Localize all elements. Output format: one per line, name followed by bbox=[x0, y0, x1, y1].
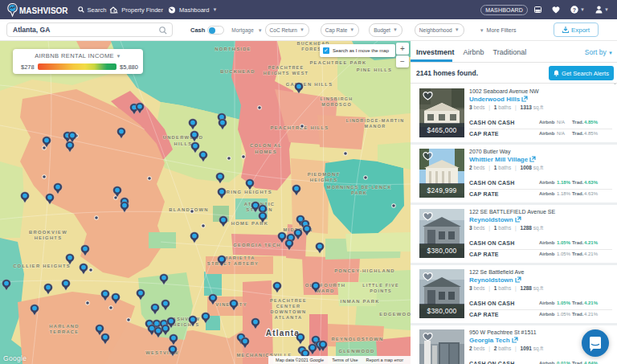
svg-text:LITTLE FIVE: LITTLE FIVE bbox=[362, 283, 399, 288]
svg-text:LINSBIRGH: LINSBIRGH bbox=[320, 96, 353, 101]
svg-text:REYNOLDSTOWN: REYNOLDSTOWN bbox=[331, 337, 383, 342]
svg-text:?: ? bbox=[573, 7, 576, 13]
svg-text:STREET ARTERY: STREET ARTERY bbox=[207, 261, 259, 266]
svg-text:MOROSGO: MOROSGO bbox=[321, 102, 352, 107]
svg-text:MARIETTA: MARIETTA bbox=[223, 256, 255, 260]
svg-text:OLD FOURTH: OLD FOURTH bbox=[305, 283, 346, 288]
svg-text:HEIGHTS: HEIGHTS bbox=[35, 235, 63, 240]
svg-text:PEACHTREE: PEACHTREE bbox=[268, 65, 304, 70]
svg-text:HEIGHTS WEST: HEIGHTS WEST bbox=[264, 71, 308, 76]
svg-text:TERRACE: TERRACE bbox=[50, 329, 80, 334]
svg-text:WARD: WARD bbox=[317, 288, 335, 293]
svg-text:HEIGHTS: HEIGHTS bbox=[310, 178, 338, 182]
svg-text:PEACHTREE: PEACHTREE bbox=[270, 298, 307, 303]
svg-text:PEACHTREE PARK: PEACHTREE PARK bbox=[309, 60, 366, 65]
svg-text:HOMES: HOMES bbox=[255, 149, 277, 154]
svg-text:PINE HILLS: PINE HILLS bbox=[357, 67, 392, 72]
svg-text:COLLIER HEIGHTS: COLLIER HEIGHTS bbox=[13, 264, 71, 268]
svg-text:MORNINGS DE-LENCX: MORNINGS DE-LENCX bbox=[327, 185, 391, 190]
svg-text:GEORGIA TECH: GEORGIA TECH bbox=[233, 243, 281, 247]
svg-text:MANOR: MANOR bbox=[365, 124, 386, 129]
svg-text:CENTER: CENTER bbox=[276, 304, 301, 309]
svg-text:PEACHTREE HILLS: PEACHTREE HILLS bbox=[271, 125, 329, 130]
svg-text:EDGEWOOD: EDGEWOOD bbox=[379, 312, 411, 317]
svg-text:ATLANTA: ATLANTA bbox=[275, 315, 302, 320]
svg-text:PONCEY-HIGHLAND: PONCEY-HIGHLAND bbox=[334, 268, 395, 273]
svg-text:GLENWOOD: GLENWOOD bbox=[339, 349, 375, 354]
svg-text:GARDEN HILLS: GARDEN HILLS bbox=[286, 82, 333, 87]
svg-text:HARLAND: HARLAND bbox=[49, 324, 80, 329]
svg-text:BROOKVIEW: BROOKVIEW bbox=[29, 230, 67, 235]
svg-text:BLANDTOWN: BLANDTOWN bbox=[169, 207, 208, 212]
svg-text:LINDRIDGE-MARTIN: LINDRIDGE-MARTIN bbox=[346, 118, 405, 123]
svg-text:Atlanta: Atlanta bbox=[266, 329, 300, 337]
svg-text:DOWNTOWN: DOWNTOWN bbox=[271, 309, 307, 314]
svg-text:HILLS: HILLS bbox=[174, 141, 192, 146]
svg-text:INMAN PARK: INMAN PARK bbox=[340, 299, 379, 304]
svg-text:NORTHSIDE: NORTHSIDE bbox=[215, 47, 251, 51]
svg-text:COLON AL: COLON AL bbox=[250, 143, 282, 148]
svg-text:PARK: PARK bbox=[351, 190, 367, 195]
svg-text:POINTS: POINTS bbox=[370, 288, 392, 293]
svg-text:BUCKHEAD: BUCKHEAD bbox=[220, 69, 255, 74]
svg-text:PIEDMONT: PIEDMONT bbox=[308, 172, 341, 177]
